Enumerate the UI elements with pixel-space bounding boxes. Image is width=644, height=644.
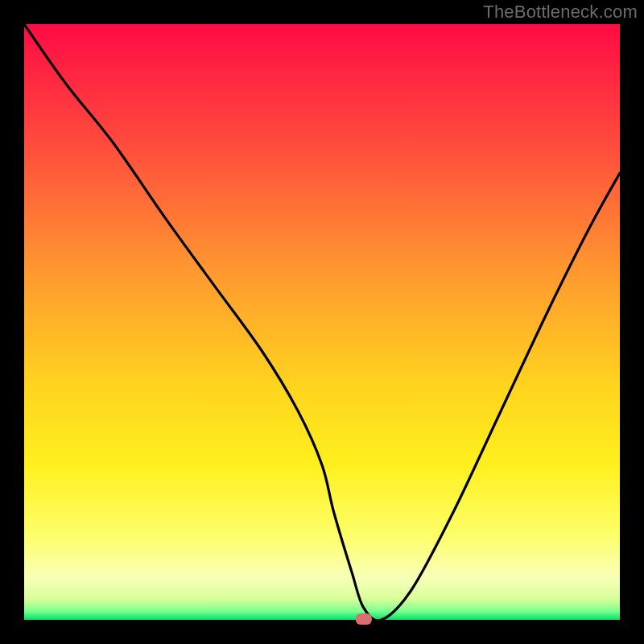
optimal-marker (356, 613, 372, 625)
watermark-text: TheBottleneck.com (483, 2, 638, 23)
chart-frame: TheBottleneck.com (0, 0, 644, 644)
plot-background (24, 24, 620, 620)
bottleneck-chart (0, 0, 644, 644)
